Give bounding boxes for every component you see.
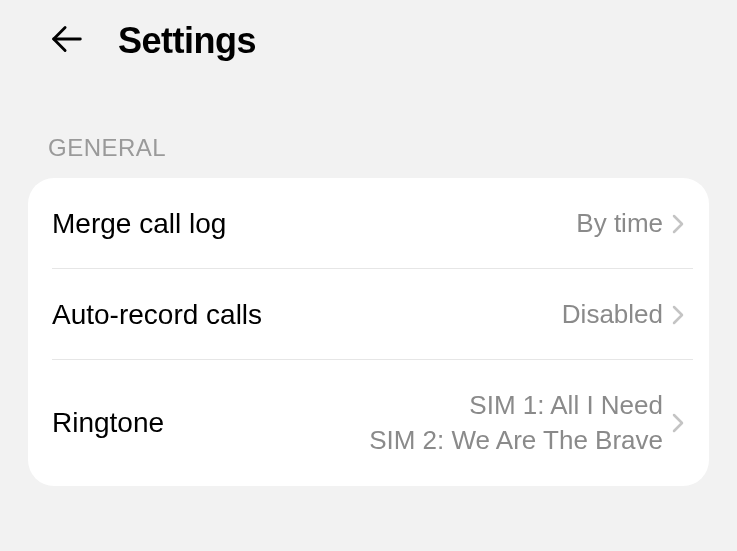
ringtone-sim1: SIM 1: All I Need: [469, 388, 663, 423]
row-right: By time: [576, 206, 685, 241]
row-ringtone[interactable]: Ringtone SIM 1: All I Need SIM 2: We Are…: [28, 360, 709, 486]
row-right: Disabled: [562, 297, 685, 332]
row-label-ringtone: Ringtone: [52, 407, 164, 439]
row-value-merge-call-log: By time: [576, 206, 663, 241]
header: Settings: [0, 0, 737, 82]
chevron-right-icon: [671, 301, 685, 329]
settings-card: Merge call log By time Auto-record calls…: [28, 178, 709, 486]
row-right: SIM 1: All I Need SIM 2: We Are The Brav…: [369, 388, 685, 458]
row-auto-record-calls[interactable]: Auto-record calls Disabled: [28, 269, 709, 360]
row-label-merge-call-log: Merge call log: [52, 208, 226, 240]
row-value-ringtone: SIM 1: All I Need SIM 2: We Are The Brav…: [369, 388, 663, 458]
section-header-general: GENERAL: [0, 82, 737, 178]
ringtone-sim2: SIM 2: We Are The Brave: [369, 423, 663, 458]
back-button[interactable]: [48, 20, 86, 62]
row-label-auto-record: Auto-record calls: [52, 299, 262, 331]
chevron-right-icon: [671, 409, 685, 437]
chevron-right-icon: [671, 210, 685, 238]
page-title: Settings: [118, 20, 256, 62]
back-arrow-icon: [48, 20, 86, 62]
row-merge-call-log[interactable]: Merge call log By time: [28, 178, 709, 269]
row-value-auto-record: Disabled: [562, 297, 663, 332]
